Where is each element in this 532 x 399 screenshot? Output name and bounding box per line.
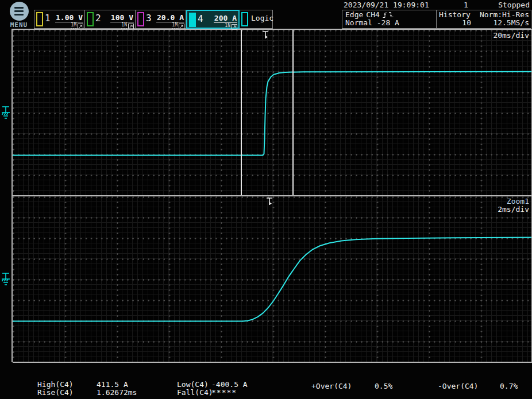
channel-1-button[interactable]: 1 1.00 V 1M	[34, 10, 85, 28]
channel-2-scale: 100 V	[110, 13, 134, 22]
channel-3-button[interactable]: 3 20.0 A 1M	[136, 10, 186, 28]
coupling-icon: 1N	[225, 24, 230, 30]
measure-value: 0.7%	[500, 382, 518, 390]
trigger-mode-row: Normal -28 A	[345, 18, 399, 27]
datetime: 2023/09/21 19:09:01	[344, 1, 429, 9]
measure-label: High(C4)	[37, 380, 74, 389]
channel-2-indicator	[87, 12, 94, 26]
channel-4-scale: 200 A	[214, 14, 237, 23]
trigger-position-icon[interactable]	[261, 31, 269, 40]
main-timebase-label: 20ms/div	[493, 31, 529, 40]
measure-value: 411.5 A	[97, 380, 128, 389]
measure-value: *****	[211, 388, 237, 397]
trigger-type-row: Edge CH4	[345, 10, 394, 19]
acquisition-mode: Norm:Hi-Res	[480, 10, 529, 19]
zoom-waveform	[13, 196, 532, 362]
zoom-window-label: Zoom1	[507, 197, 529, 206]
probe-icon	[78, 24, 83, 29]
measure-label: +Over(C4)	[311, 382, 352, 390]
logic-button[interactable]: Logic	[240, 10, 272, 28]
measure-value: -400.5 A	[211, 380, 248, 389]
ground-level-icon[interactable]	[1, 272, 11, 287]
zoom-cursor-left[interactable]	[241, 30, 242, 195]
measure-value: 0.5%	[375, 382, 392, 390]
trigger-acquisition-box[interactable]: Edge CH4 Normal -28 A History 10 Norm:Hi…	[342, 10, 531, 29]
zoom-waveform-window: Zoom1 2ms/div	[13, 196, 532, 362]
channel-1-number: 1	[45, 11, 51, 25]
probe-icon	[232, 24, 237, 30]
trigger-level: -28 A	[377, 18, 399, 27]
status-row: 2023/09/21 19:09:01 1 Stopped	[342, 1, 531, 9]
channel-4-indicator	[189, 13, 196, 27]
plot-bottom-border	[13, 362, 532, 363]
history-count: 10	[439, 18, 471, 27]
probe-icon	[179, 24, 184, 29]
measure-label: -Over(C4)	[438, 382, 478, 390]
main-waveform	[13, 30, 532, 195]
channel-3-indicator	[137, 12, 144, 26]
logic-label: Logic	[251, 11, 273, 25]
measure-value: 1.62672ms	[97, 388, 137, 397]
zoom-cursor-right[interactable]	[292, 30, 294, 195]
hamburger-icon	[10, 2, 29, 21]
plot-area: 20ms/div Zoom1 2ms/div	[11, 29, 532, 362]
oscilloscope-screen: MENU 1 1.00 V 1M 2 100 V 1N	[0, 0, 532, 399]
run-state-indicator[interactable]: Stopped	[498, 1, 530, 9]
measure-label: Low(C4)	[177, 380, 209, 389]
logic-indicator	[241, 12, 248, 26]
measure-label: Rise(C4)	[37, 388, 74, 397]
menu-button[interactable]: MENU	[6, 2, 32, 28]
window-separator	[13, 195, 532, 196]
ground-level-icon[interactable]	[1, 106, 11, 121]
trigger-mode: Normal	[345, 18, 372, 27]
channel-strip: 1 1.00 V 1M 2 100 V 1N 3	[34, 10, 273, 29]
trigger-position-icon[interactable]	[265, 197, 273, 207]
probe-icon	[128, 24, 134, 29]
channel-4-number: 4	[198, 12, 203, 26]
menu-button-label: MENU	[6, 21, 32, 29]
edge-trigger-icon	[383, 11, 394, 18]
trigger-source: CH4	[366, 10, 379, 19]
history-label[interactable]: History	[439, 10, 471, 19]
zoom-timebase-label: 2ms/div	[498, 205, 529, 214]
channel-1-indicator	[36, 12, 43, 26]
channel-1-scale: 1.00 V	[55, 13, 83, 22]
channel-4-button-selected[interactable]: 4 200 A 1N	[186, 10, 240, 29]
acquisition-count: 1	[464, 1, 468, 9]
channel-2-number: 2	[95, 11, 101, 25]
divider	[436, 10, 437, 28]
channel-3-scale: 20.0 A	[156, 13, 184, 22]
main-waveform-window: 20ms/div	[13, 30, 532, 195]
channel-2-button[interactable]: 2 100 V 1N	[85, 10, 136, 28]
trigger-type: Edge	[345, 10, 363, 19]
measure-label: Fall(C4)	[177, 388, 213, 397]
channel-3-number: 3	[146, 11, 152, 25]
sample-rate: 12.5MS/s	[493, 18, 529, 27]
measurement-bar: High(C4) 411.5 A Rise(C4) 1.62672ms Low(…	[0, 380, 532, 399]
